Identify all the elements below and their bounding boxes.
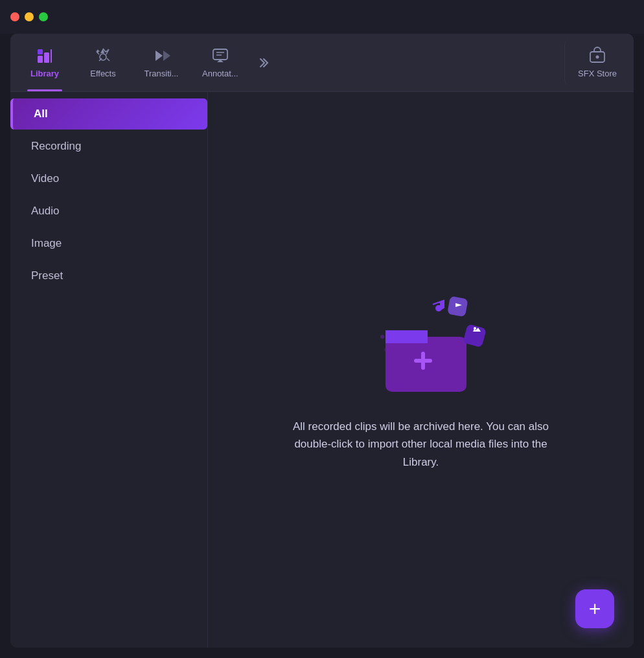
svg-point-13 (380, 335, 384, 339)
more-tabs-button[interactable] (250, 49, 275, 76)
sfx-store-icon (588, 47, 606, 65)
svg-point-20 (435, 305, 442, 312)
minimize-button[interactable] (25, 12, 34, 21)
titlebar (0, 0, 644, 34)
tab-library[interactable]: Library (16, 40, 74, 85)
tab-effects-label: Effects (90, 69, 116, 78)
svg-rect-17 (385, 330, 428, 343)
tab-annotations[interactable]: Annotat... (190, 40, 250, 85)
tab-library-label: Library (30, 69, 59, 78)
svg-marker-5 (155, 51, 163, 61)
svg-point-24 (474, 327, 476, 330)
tab-transitions-label: Transiti... (144, 69, 179, 78)
empty-state-description: All recorded clips will be archived here… (275, 418, 567, 471)
main-window: Library Effects (10, 34, 634, 648)
sidebar-item-video[interactable]: Video (16, 163, 202, 194)
sidebar-item-all[interactable]: All (10, 98, 207, 130)
add-media-button[interactable]: + (575, 589, 614, 628)
tab-annotations-label: Annotat... (202, 69, 238, 78)
main-content: All recorded clips will be archived here… (208, 92, 634, 648)
svg-rect-21 (447, 296, 468, 317)
close-button[interactable] (10, 12, 19, 21)
sidebar-item-audio[interactable]: Audio (16, 196, 202, 227)
sidebar-item-image[interactable]: Image (16, 228, 202, 259)
svg-point-11 (596, 56, 599, 59)
empty-state-illustration (343, 269, 499, 398)
sidebar-item-recording[interactable]: Recording (16, 131, 202, 162)
svg-rect-19 (414, 359, 432, 363)
maximize-button[interactable] (39, 12, 48, 21)
svg-rect-7 (213, 49, 227, 60)
tab-sfx-label: SFX Store (578, 69, 617, 78)
svg-rect-0 (38, 56, 43, 63)
svg-rect-16 (385, 337, 466, 392)
transitions-icon (152, 47, 170, 65)
tab-bar: Library Effects (10, 34, 634, 92)
plus-icon: + (589, 598, 601, 619)
content-area: All Recording Video Audio Image Preset (10, 92, 634, 648)
sidebar: All Recording Video Audio Image Preset (10, 92, 208, 648)
tab-sfx-store[interactable]: SFX Store (564, 40, 628, 85)
library-icon (36, 47, 54, 65)
effects-icon (94, 47, 112, 65)
tab-transitions[interactable]: Transiti... (132, 40, 190, 85)
svg-marker-6 (163, 51, 170, 61)
svg-rect-2 (51, 49, 52, 63)
tab-effects[interactable]: Effects (74, 40, 132, 85)
annotations-icon (211, 47, 229, 65)
svg-rect-1 (44, 52, 49, 63)
svg-rect-3 (38, 49, 43, 54)
sidebar-item-preset[interactable]: Preset (16, 260, 202, 291)
